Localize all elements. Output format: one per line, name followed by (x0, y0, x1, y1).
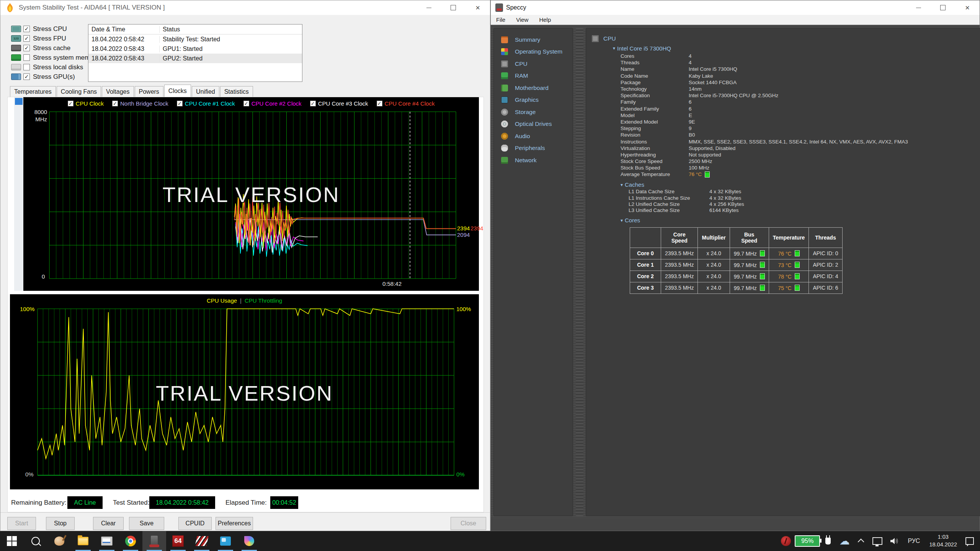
property-key: Instructions (621, 139, 689, 145)
tab-cooling-fans[interactable]: Cooling Fans (57, 86, 101, 97)
taskbar-item-start[interactable] (0, 531, 24, 551)
stress-checkbox[interactable]: ✓ (23, 73, 30, 80)
property-key: L1 Data Cache Size (629, 189, 709, 194)
legend-checkbox[interactable]: ✓ (377, 101, 382, 106)
minimize-button[interactable] (416, 0, 441, 15)
network-icon[interactable] (872, 537, 882, 545)
tab-voltages[interactable]: Voltages (102, 86, 134, 97)
mobo-icon (501, 85, 508, 91)
stress-checkbox[interactable]: ✓ (23, 35, 30, 42)
taskbar-item-paint[interactable] (47, 531, 71, 551)
close-button[interactable]: × (955, 0, 980, 15)
close-dialog-button[interactable]: Close (451, 517, 486, 530)
start-button[interactable]: Start (7, 517, 36, 530)
maximize-button[interactable] (441, 0, 466, 15)
taskbar-item-speccy[interactable] (142, 531, 166, 551)
tab-unified[interactable]: Unified (192, 86, 219, 97)
sidebar-item-network[interactable]: Network (494, 154, 573, 166)
cpuid-button[interactable]: CPUID (178, 517, 212, 530)
sidebar-item-graphics[interactable]: Graphics (494, 94, 573, 106)
paint-palette-icon (54, 536, 64, 546)
stress-checkbox[interactable] (23, 64, 30, 70)
stress-checkbox[interactable]: ✓ (23, 45, 30, 51)
language-indicator[interactable]: РУС (908, 538, 920, 544)
clear-button[interactable]: Clear (93, 517, 124, 530)
stress-option-label: Stress FPU (33, 35, 66, 42)
scrollbar-thumb[interactable] (15, 98, 23, 105)
taskbar-item-chrome[interactable] (119, 531, 142, 551)
taskbar-item-search[interactable] (24, 531, 47, 551)
sidebar-item-operating-system[interactable]: Operating System (494, 46, 573, 58)
stress-checkbox[interactable] (23, 54, 30, 61)
speccy-titlebar[interactable]: Speccy × (491, 0, 980, 15)
property-key: L2 Unified Cache Size (629, 201, 709, 207)
maximize-button[interactable] (931, 0, 955, 15)
legend-checkbox[interactable]: ✓ (310, 101, 316, 106)
taskbar-item-afterburner[interactable] (190, 531, 214, 551)
log-row[interactable]: 18.04.2022 0:58:43GPU1: Started (88, 44, 302, 54)
sidebar-item-summary[interactable]: Summary (494, 34, 573, 46)
cache-list: L1 Data Cache Size4 x 32 KBytesL1 Instru… (586, 189, 980, 214)
tab-statistics[interactable]: Statistics (220, 86, 253, 97)
tab-temperatures[interactable]: Temperatures (10, 86, 56, 97)
tab-clocks[interactable]: Clocks (164, 85, 191, 97)
minimize-button[interactable] (906, 0, 931, 15)
stop-button[interactable]: Stop (46, 517, 75, 530)
legend-checkbox[interactable]: ✓ (112, 101, 118, 106)
legend-checkbox[interactable]: ✓ (68, 101, 74, 106)
sidebar-item-cpu[interactable]: CPU (494, 58, 573, 70)
cores-header-row[interactable]: ▾ Cores (586, 217, 980, 224)
cpu-property-row: NameIntel Core i5 7300HQ (586, 66, 980, 72)
weather-cloud-icon[interactable]: ☁ (839, 536, 849, 546)
log-row[interactable]: 18.04.2022 0:58:42Stability Test: Starte… (88, 34, 302, 44)
sidebar-item-ram[interactable]: RAM (494, 70, 573, 82)
speaker-icon[interactable] (890, 537, 899, 545)
log-row[interactable]: 18.04.2022 0:58:43GPU2: Started (88, 54, 302, 63)
menu-help[interactable]: Help (534, 16, 556, 23)
taskbar-item-paint-3d[interactable] (237, 531, 261, 551)
usage-left-top-label: 100% (20, 306, 34, 312)
legend-checkbox[interactable]: ✓ (177, 101, 183, 106)
windows-start-icon (7, 536, 17, 546)
taskbar-item-photos[interactable] (214, 531, 237, 551)
tab-powers[interactable]: Powers (135, 86, 163, 97)
cpu-chip-name-row[interactable]: ▾ Intel Core i5 7300HQ (586, 44, 980, 53)
sidebar-scroll-texture[interactable] (576, 28, 583, 516)
sidebar-item-peripherals[interactable]: Peripherals (494, 142, 573, 155)
taskbar-item-task-manager[interactable] (95, 531, 119, 551)
collapse-triangle-icon[interactable]: ▾ (613, 46, 615, 51)
cpu-property-row: Extended Family6 (586, 106, 980, 112)
menu-view[interactable]: View (511, 16, 534, 23)
collapse-triangle-icon[interactable]: ▾ (621, 218, 623, 223)
save-button[interactable]: Save (129, 517, 164, 530)
taskbar-item-file-explorer[interactable] (71, 531, 95, 551)
aida64-titlebar[interactable]: System Stability Test - AIDA64 [ TRIAL V… (0, 0, 490, 15)
chart-vertical-scrollbar[interactable] (14, 97, 23, 291)
sidebar-item-audio[interactable]: Audio (494, 130, 573, 142)
collapse-triangle-icon[interactable]: ▾ (621, 182, 623, 187)
cache-property-row: L1 Data Cache Size4 x 32 KBytes (586, 189, 980, 195)
menu-file[interactable]: File (491, 16, 511, 23)
legend-checkbox[interactable]: ✓ (243, 101, 249, 106)
caches-header-row[interactable]: ▾ Caches (586, 181, 980, 189)
stress-checkbox[interactable]: ✓ (23, 26, 30, 32)
tray-overflow-chevron-icon[interactable] (858, 539, 864, 545)
close-button[interactable]: × (466, 0, 490, 15)
usage-chart-panel: CPU Usage | CPU Throttling 100% 0% 100% … (10, 294, 479, 489)
sidebar-item-storage[interactable]: Storage (494, 106, 573, 118)
log-col-datetime[interactable]: Date & Time (88, 26, 160, 33)
multiplier-cell: x 24.0 (698, 282, 730, 293)
amd-tray-icon[interactable] (781, 536, 791, 546)
battery-indicator[interactable]: 95% (795, 535, 820, 547)
preferences-button[interactable]: Preferences (216, 517, 253, 530)
property-value: 9E (689, 119, 695, 125)
sidebar-item-optical-drives[interactable]: Optical Drives (494, 118, 573, 130)
property-value: 6 (689, 99, 692, 105)
sidebar-item-motherboard[interactable]: Motherboard (494, 82, 573, 94)
taskbar-item-aida64[interactable]: 64 (166, 531, 190, 551)
taskbar-clock[interactable]: 1:03 18.04.2022 (929, 533, 957, 548)
usage-left-bottom-label: 0% (25, 471, 34, 478)
notification-center-icon[interactable] (965, 537, 974, 545)
log-col-status[interactable]: Status (160, 26, 302, 33)
cores-table-row: Core 02393.5 MHzx 24.099.7 MHz76 °CAPIC … (630, 248, 843, 259)
